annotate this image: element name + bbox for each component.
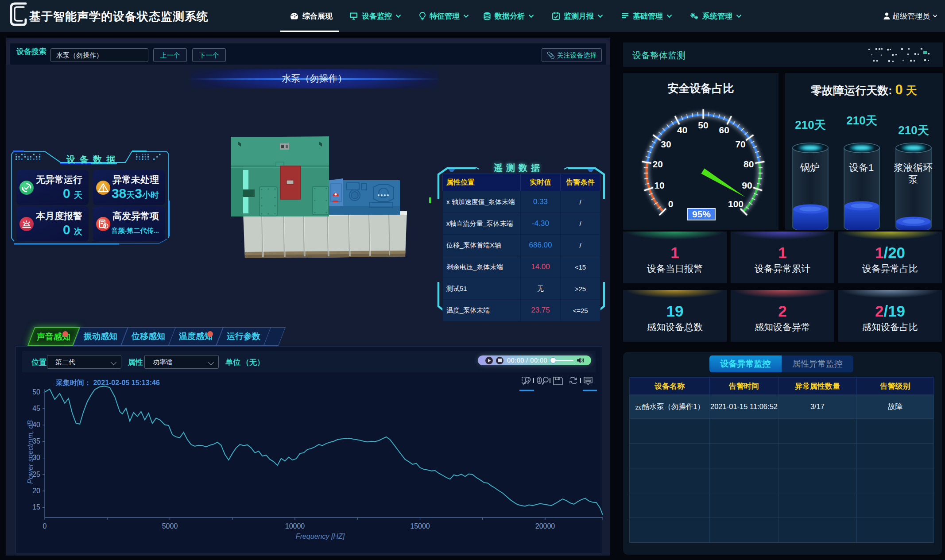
svg-text:60: 60	[719, 125, 729, 135]
svg-text:30: 30	[661, 139, 671, 149]
svg-text:10: 10	[654, 180, 664, 190]
svg-text:100: 100	[728, 199, 744, 209]
svg-text:90: 90	[742, 180, 752, 190]
svg-text:20: 20	[653, 159, 663, 169]
svg-text:95%: 95%	[692, 209, 711, 219]
svg-text:40: 40	[677, 125, 687, 135]
svg-text:70: 70	[735, 139, 745, 149]
svg-text:0: 0	[668, 199, 674, 209]
svg-text:50: 50	[698, 120, 708, 130]
svg-text:80: 80	[744, 159, 754, 169]
